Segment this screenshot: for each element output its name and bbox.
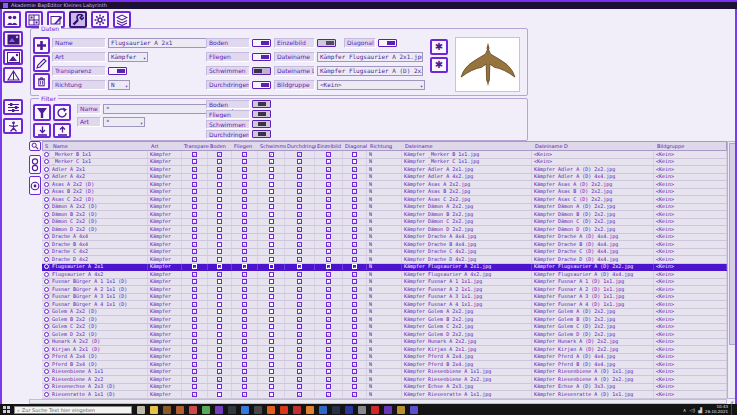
taskbar-app-icon[interactable] [163,406,171,414]
row-checkbox[interactable] [182,324,208,331]
row-checkbox[interactable] [258,234,285,241]
row-checkbox[interactable] [208,249,232,256]
row-checkbox[interactable] [182,376,208,383]
row-checkbox[interactable] [285,384,315,391]
filter-art-select[interactable]: * [103,117,145,127]
row-checkbox[interactable] [232,204,258,211]
row-checkbox[interactable] [208,376,232,383]
row-checkbox[interactable] [258,324,285,331]
taskbar-app-icon[interactable] [137,406,145,414]
row-radio[interactable] [42,226,50,233]
row-checkbox[interactable] [182,189,208,196]
row-checkbox[interactable] [232,256,258,263]
row-checkbox[interactable] [285,279,315,286]
table-row[interactable]: Adler A 4x2KämpferNKämpfer Adler A 4x2.j… [42,174,727,182]
row-checkbox[interactable] [315,151,343,158]
row-checkbox[interactable] [315,361,343,368]
row-checkbox[interactable] [343,174,367,181]
row-radio[interactable] [42,264,50,271]
row-radio[interactable] [42,301,50,308]
add-record-button[interactable] [33,37,50,54]
row-checkbox[interactable] [232,264,258,271]
row-checkbox[interactable] [258,151,285,158]
row-checkbox[interactable] [343,324,367,331]
row-checkbox[interactable] [258,301,285,308]
row-checkbox[interactable] [315,354,343,361]
row-checkbox[interactable] [208,241,232,248]
settings-button[interactable] [91,11,109,28]
row-checkbox[interactable] [285,294,315,301]
column-header[interactable]: Name [51,142,149,150]
row-checkbox[interactable] [182,286,208,293]
taskbar-app-icon[interactable] [332,406,340,414]
person-button[interactable] [3,118,23,134]
row-checkbox[interactable] [343,159,367,166]
row-checkbox[interactable] [343,181,367,188]
row-radio[interactable] [42,256,50,263]
row-checkbox[interactable] [343,376,367,383]
row-checkbox[interactable] [232,159,258,166]
row-checkbox[interactable] [232,324,258,331]
table-row[interactable]: Drache C 4x2KämpferNKämpfer Drache C 4x2… [42,249,727,257]
row-checkbox[interactable] [343,331,367,338]
row-checkbox[interactable] [182,309,208,316]
row-checkbox[interactable] [343,316,367,323]
row-checkbox[interactable] [208,286,232,293]
delete-record-button[interactable] [33,73,50,90]
column-header[interactable]: Schwimmen [259,142,286,150]
row-checkbox[interactable] [343,346,367,353]
table-header[interactable]: SNameArtTransparenzBodenFliegenSchwimmen… [42,141,727,151]
row-checkbox[interactable] [182,166,208,173]
row-checkbox[interactable] [285,151,315,158]
table-row[interactable]: Asas A 2x2 (D)KämpferNKämpfer Asas A 2x2… [42,181,727,189]
row-checkbox[interactable] [343,196,367,203]
row-checkbox[interactable] [343,339,367,346]
taskbar-app-icon[interactable] [358,406,366,414]
column-header[interactable]: Diagonal [344,142,368,150]
row-checkbox[interactable] [258,204,285,211]
layers-button[interactable] [113,11,131,28]
row-checkbox[interactable] [232,189,258,196]
row-checkbox[interactable] [182,339,208,346]
table-row[interactable]: Flugsaurier A 2x1KämpferNKämpfer Flugsau… [42,264,727,272]
row-checkbox[interactable] [208,391,232,398]
taskbar-app-icon[interactable] [384,406,392,414]
row-checkbox[interactable] [208,339,232,346]
table-row[interactable]: Riesenbiene A 1x1KämpferNKämpfer Riesenb… [42,369,727,377]
table-row[interactable]: Fusnar Bürger A 3 1x1 (D)KämpferNKämpfer… [42,294,727,302]
row-checkbox[interactable] [208,309,232,316]
row-checkbox[interactable] [232,271,258,278]
taskbar-app-icon[interactable] [371,406,379,414]
row-checkbox[interactable] [315,196,343,203]
row-checkbox[interactable] [208,181,232,188]
row-checkbox[interactable] [285,226,315,233]
edit-record-button[interactable] [33,55,50,72]
row-checkbox[interactable] [315,271,343,278]
row-radio[interactable] [42,234,50,241]
row-checkbox[interactable] [182,384,208,391]
pick-image-d-button[interactable]: ✱ [430,57,448,73]
volume-icon[interactable]: ◁) [689,407,695,413]
column-header[interactable]: Bildgruppe [655,142,726,150]
row-checkbox[interactable] [232,369,258,376]
table-row[interactable]: Golem B 2x2 (D)KämpferNKämpfer Golem B 2… [42,316,727,324]
row-checkbox[interactable] [315,294,343,301]
taskbar-app-icon[interactable] [254,406,262,414]
taskbar-app-icon[interactable] [202,406,210,414]
apply-filter-button[interactable] [33,104,51,121]
row-checkbox[interactable] [315,376,343,383]
table-row[interactable]: Drache A 4x4KämpferNKämpfer Drache A 4x4… [42,234,727,242]
row-checkbox[interactable] [343,234,367,241]
table-row[interactable]: Drache D 4x2KämpferNKämpfer Drache D 4x2… [42,256,727,264]
row-checkbox[interactable] [258,294,285,301]
row-checkbox[interactable] [182,241,208,248]
row-checkbox[interactable] [343,256,367,263]
row-checkbox[interactable] [258,361,285,368]
row-checkbox[interactable] [343,204,367,211]
tools-button[interactable] [69,11,87,28]
taskbar-app-icon[interactable] [293,406,301,414]
row-checkbox[interactable] [285,369,315,376]
row-checkbox[interactable] [258,369,285,376]
row-checkbox[interactable] [285,196,315,203]
table-row[interactable]: _Merker B 1x1KämpferNKämpfer _Merker B 1… [42,151,727,159]
